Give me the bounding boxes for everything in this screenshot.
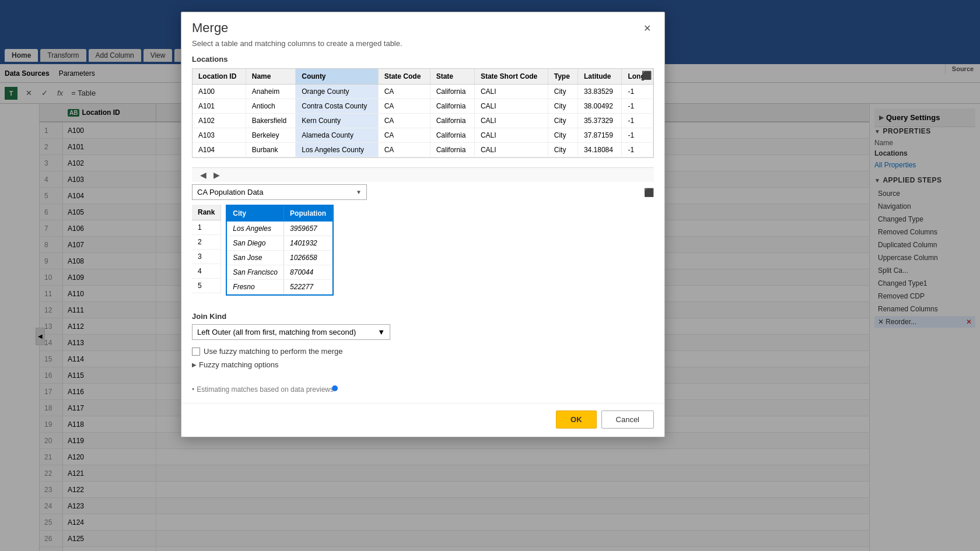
first-table-cell: CALI xyxy=(474,99,548,114)
first-table-cell: -1 xyxy=(622,114,653,128)
dialog-close-button[interactable]: ✕ xyxy=(640,21,654,35)
rank-cell: 5 xyxy=(192,279,221,293)
rank-cell: 2 xyxy=(192,235,221,250)
first-table-row: A103BerkeleyAlameda CountyCACaliforniaCA… xyxy=(192,128,653,143)
dialog-body: Locations Location IDNameCountyState Cod… xyxy=(181,55,664,385)
first-table-cell: California xyxy=(430,143,474,157)
first-table-cell: A103 xyxy=(192,128,246,143)
first-table-cell: City xyxy=(548,143,578,157)
first-table-wrapper: Location IDNameCountyState CodeStateStat… xyxy=(192,68,654,182)
second-table-row: San Francisco870044 xyxy=(227,265,332,280)
ok-button[interactable]: OK xyxy=(556,410,597,429)
cancel-button[interactable]: Cancel xyxy=(601,410,654,429)
fuzzy-checkbox-row: Use fuzzy matching to perform the merge xyxy=(192,347,654,356)
second-table-row: San Diego1401932 xyxy=(227,236,332,251)
pop-cell: 1401932 xyxy=(284,236,332,251)
first-table-cell: City xyxy=(548,85,578,99)
first-table-header-row: Location IDNameCountyState CodeStateStat… xyxy=(192,69,653,85)
first-table-cell: CALI xyxy=(474,85,548,99)
first-table-cell: 35.37329 xyxy=(578,114,622,128)
first-table-col-header[interactable]: County xyxy=(296,69,378,85)
fuzzy-checkbox-label: Use fuzzy matching to perform the merge xyxy=(204,347,342,356)
first-table-cell: California xyxy=(430,99,474,114)
dialog-subtitle: Select a table and matching columns to c… xyxy=(181,39,664,55)
fuzzy-checkbox[interactable] xyxy=(192,348,200,356)
second-table-dropdown-row: CA Population Data ▼ ⬛ xyxy=(192,184,654,200)
first-table-col-header[interactable]: Latitude xyxy=(578,69,622,85)
first-table-cell: Orange County xyxy=(296,85,378,99)
second-table-select[interactable]: CA Population Data ▼ xyxy=(192,184,367,200)
second-table-select-value: CA Population Data xyxy=(197,188,263,196)
first-table-cell: -1 xyxy=(622,128,653,143)
first-merge-table: Location IDNameCountyState CodeStateStat… xyxy=(192,69,653,157)
city-cell: San Jose xyxy=(227,251,284,265)
rank-table-row: 2 xyxy=(192,235,221,250)
second-table-body: Los Angeles3959657San Diego1401932San Jo… xyxy=(227,222,332,294)
first-table-row: A104BurbankLos Angeles CountyCACaliforni… xyxy=(192,143,653,157)
fuzzy-section: Use fuzzy matching to perform the merge … xyxy=(192,347,654,369)
first-table-cell: California xyxy=(430,114,474,128)
first-table-col-header[interactable]: State Short Code xyxy=(474,69,548,85)
first-table-cell: CA xyxy=(378,143,430,157)
first-table-cell: CALI xyxy=(474,114,548,128)
first-table-cell: Berkeley xyxy=(246,128,295,143)
first-table-cell: City xyxy=(548,128,578,143)
first-table-cell: CA xyxy=(378,85,430,99)
fuzzy-expand-label: Fuzzy matching options xyxy=(199,360,279,369)
first-table-col-header[interactable]: State Code xyxy=(378,69,430,85)
first-table-cell: -1 xyxy=(622,85,653,99)
first-table-cell: City xyxy=(548,99,578,114)
first-table-cell: 38.00492 xyxy=(578,99,622,114)
first-table-col-header[interactable]: Type xyxy=(548,69,578,85)
first-table-container[interactable]: Location IDNameCountyState CodeStateStat… xyxy=(192,68,654,158)
pop-cell: 1026658 xyxy=(284,251,332,265)
first-table-row: A101AntiochContra Costa CountyCACaliforn… xyxy=(192,99,653,114)
dropdown-arrow-icon: ▼ xyxy=(356,189,362,195)
first-table-cell: -1 xyxy=(622,99,653,114)
join-kind-select[interactable]: Left Outer (all from first, matching fro… xyxy=(192,324,390,340)
first-table-cell: Kern County xyxy=(296,114,378,128)
first-table-body: A100AnaheimOrange CountyCACaliforniaCALI… xyxy=(192,85,653,157)
join-kind-arrow-icon: ▼ xyxy=(377,328,385,336)
first-table-cell: Bakersfield xyxy=(246,114,295,128)
nav-prev-btn[interactable]: ◀ xyxy=(197,169,210,181)
rank-table-row: 4 xyxy=(192,264,221,279)
first-table-expand-btn[interactable]: ⬛ xyxy=(642,71,652,80)
first-table-cell: A100 xyxy=(192,85,246,99)
dialog-header: Merge ✕ xyxy=(181,12,664,39)
nav-next-btn[interactable]: ▶ xyxy=(210,169,223,181)
pop-cell: 3959657 xyxy=(284,222,332,236)
first-table-cell: A102 xyxy=(192,114,246,128)
pop-col-header: Population xyxy=(284,206,332,222)
rank-cell: 1 xyxy=(192,220,221,235)
first-table-cell: -1 xyxy=(622,143,653,157)
first-table-cell: City xyxy=(548,114,578,128)
first-table-cell: CA xyxy=(378,128,430,143)
second-table-expand-btn[interactable]: ⬛ xyxy=(644,188,654,197)
first-table-cell: CA xyxy=(378,114,430,128)
rank-col-header: Rank xyxy=(192,205,221,220)
first-table-cell: Contra Costa County xyxy=(296,99,378,114)
pop-cell: 522277 xyxy=(284,280,332,294)
first-table-col-header[interactable]: Name xyxy=(246,69,295,85)
first-table-cell: CA xyxy=(378,99,430,114)
first-table-col-header[interactable]: Location ID xyxy=(192,69,246,85)
table-nav-row: ◀ ▶ xyxy=(192,167,654,182)
rank-table-body: 12345 xyxy=(192,220,221,293)
pop-cell: 870044 xyxy=(284,265,332,280)
first-table-cell: Anaheim xyxy=(246,85,295,99)
rank-cell: 4 xyxy=(192,264,221,279)
merge-dialog: Merge ✕ Select a table and matching colu… xyxy=(181,12,665,437)
footer-note: Estimating matches based on data preview… xyxy=(192,385,654,394)
second-table-row: Fresno522277 xyxy=(227,280,332,294)
footer-note-area: Estimating matches based on data preview… xyxy=(181,385,664,403)
second-table-row: San Jose1026658 xyxy=(227,251,332,265)
fuzzy-expand-row[interactable]: ▶ Fuzzy matching options xyxy=(192,360,654,369)
first-table-cell: 33.83529 xyxy=(578,85,622,99)
first-table-cell: Alameda County xyxy=(296,128,378,143)
rank-table-row: 3 xyxy=(192,250,221,264)
first-table-cell: 37.87159 xyxy=(578,128,622,143)
rank-table-row: 1 xyxy=(192,220,221,235)
second-merge-table-container[interactable]: City Population Los Angeles3959657San Di… xyxy=(226,205,334,296)
first-table-col-header[interactable]: State xyxy=(430,69,474,85)
